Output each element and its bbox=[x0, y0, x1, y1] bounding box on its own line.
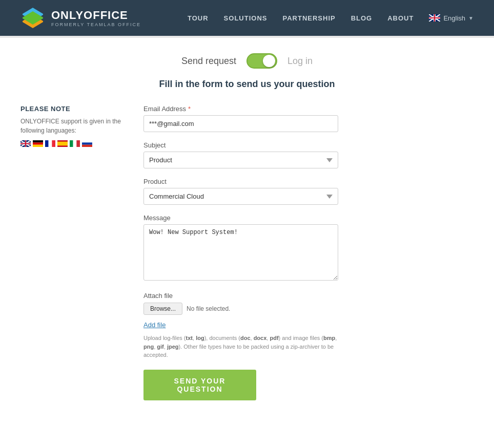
please-note-text: ONLYOFFICE support is given in the follo… bbox=[20, 117, 123, 135]
nav-about[interactable]: ABOUT bbox=[387, 14, 414, 22]
please-note-title: PLEASE NOTE bbox=[20, 105, 123, 113]
svg-rect-27 bbox=[76, 140, 80, 147]
logo-subtitle: FORMERLY TEAMLAB OFFICE bbox=[51, 22, 141, 27]
svg-rect-16 bbox=[20, 143, 31, 144]
svg-rect-25 bbox=[70, 140, 73, 147]
subject-label: Subject bbox=[143, 141, 338, 149]
log-in-label: Log in bbox=[287, 56, 313, 67]
mode-toggle-bar: Send request Log in bbox=[20, 53, 474, 69]
nav-blog[interactable]: BLOG bbox=[351, 14, 373, 22]
nav-tour[interactable]: TOUR bbox=[188, 14, 209, 22]
nav-partnership[interactable]: PARTNERSHIP bbox=[282, 14, 335, 22]
svg-rect-24 bbox=[57, 142, 68, 146]
flag-es bbox=[57, 140, 68, 147]
language-label: English bbox=[443, 14, 465, 22]
svg-rect-29 bbox=[82, 142, 92, 144]
no-file-text: No file selected. bbox=[187, 305, 230, 312]
logo[interactable]: ONLYOFFICE FORMERLY TEAMLAB OFFICE bbox=[20, 6, 141, 30]
flag-icon bbox=[429, 14, 440, 22]
attach-row: Browse... No file selected. bbox=[143, 303, 338, 315]
flag-fr bbox=[45, 140, 55, 147]
attach-label: Attach file bbox=[143, 292, 338, 300]
attach-section: Attach file Browse... No file selected. bbox=[143, 292, 338, 315]
email-label: Email Address* bbox=[143, 105, 338, 113]
svg-rect-9 bbox=[429, 17, 440, 18]
subject-select[interactable]: Product Billing Technical Other bbox=[143, 152, 338, 168]
product-label: Product bbox=[143, 178, 338, 185]
svg-rect-17 bbox=[33, 140, 43, 142]
svg-rect-19 bbox=[33, 145, 43, 147]
svg-rect-26 bbox=[73, 140, 77, 147]
toggle-thumb bbox=[263, 55, 275, 67]
language-selector[interactable]: English ▼ bbox=[429, 14, 474, 22]
main-nav: TOUR SOLUTIONS PARTNERSHIP BLOG ABOUT En… bbox=[188, 14, 474, 22]
add-file-link[interactable]: Add file bbox=[143, 321, 166, 329]
form-area: Email Address* Subject Product Billing T… bbox=[143, 105, 338, 400]
email-input[interactable] bbox=[143, 115, 338, 132]
flag-it bbox=[70, 140, 80, 147]
flag-uk bbox=[20, 140, 31, 147]
email-required: * bbox=[188, 105, 191, 113]
form-title: Fill in the form to send us your questio… bbox=[20, 79, 474, 90]
svg-rect-22 bbox=[52, 140, 55, 147]
submit-button[interactable]: SEND YOUR QUESTION bbox=[143, 370, 256, 400]
email-group: Email Address* bbox=[143, 105, 338, 132]
svg-rect-21 bbox=[49, 140, 52, 147]
language-dropdown-arrow: ▼ bbox=[468, 15, 474, 21]
language-flags bbox=[20, 140, 123, 147]
send-request-label: Send request bbox=[181, 56, 236, 67]
subject-group: Subject Product Billing Technical Other bbox=[143, 141, 338, 168]
svg-rect-18 bbox=[33, 142, 43, 144]
svg-rect-20 bbox=[45, 140, 49, 147]
svg-rect-30 bbox=[82, 145, 92, 147]
product-group: Product Commercial Cloud Enterprise Edit… bbox=[143, 178, 338, 205]
browse-button[interactable]: Browse... bbox=[143, 303, 182, 315]
upload-info: Upload log-files (txt, log), documents (… bbox=[143, 334, 338, 359]
message-group: Message Wow! New Support System! bbox=[143, 214, 338, 283]
sidebar: PLEASE NOTE ONLYOFFICE support is given … bbox=[20, 105, 123, 147]
logo-name: ONLYOFFICE bbox=[51, 9, 141, 22]
flag-ru bbox=[82, 140, 92, 147]
message-textarea[interactable]: Wow! New Support System! bbox=[143, 224, 338, 281]
message-label: Message bbox=[143, 214, 338, 222]
main-content: Send request Log in Fill in the form to … bbox=[0, 38, 494, 448]
mode-toggle-switch[interactable] bbox=[246, 53, 277, 69]
product-select[interactable]: Commercial Cloud Enterprise Edition Deve… bbox=[143, 188, 338, 205]
svg-rect-28 bbox=[82, 140, 92, 142]
form-layout: PLEASE NOTE ONLYOFFICE support is given … bbox=[20, 105, 474, 400]
flag-de bbox=[33, 140, 43, 147]
nav-solutions[interactable]: SOLUTIONS bbox=[224, 14, 267, 22]
